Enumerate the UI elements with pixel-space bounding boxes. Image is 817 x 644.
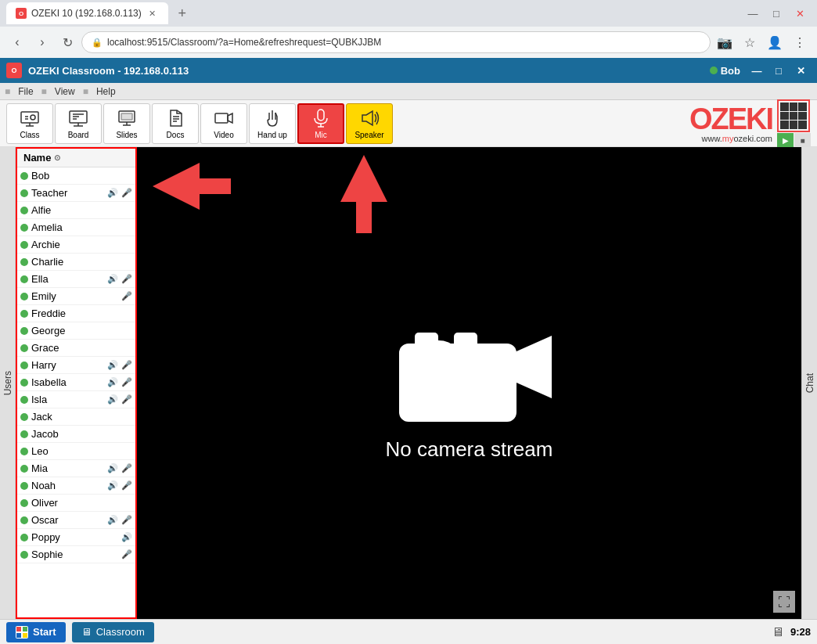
menu-help[interactable]: Help [90,85,122,99]
user-list-item[interactable]: Grace [17,340,135,357]
user-name: Jacob [31,428,132,440]
toolbar-mic-button[interactable]: Mic [297,103,344,144]
stop-button[interactable]: ■ [794,133,811,147]
user-list-item[interactable]: Alfie [17,202,135,219]
menu-view[interactable]: View [49,85,81,99]
speaker-icon[interactable]: 🔊 [121,532,132,542]
user-list-item[interactable]: Archie [17,236,135,254]
speaker-icon[interactable]: 🔊 [107,377,118,387]
user-list-item[interactable]: Sophie🎤 [17,546,135,563]
mic-icon[interactable]: 🎤 [121,463,132,473]
app-close[interactable]: ✕ [790,62,811,79]
mic-icon[interactable]: 🎤 [121,188,132,198]
start-button[interactable]: Start [6,622,66,642]
channel-grid[interactable] [777,99,810,132]
user-list[interactable]: BobTeacher🔊🎤AlfieAmeliaArchieCharlieElla… [17,167,135,617]
user-name: Oliver [31,497,132,509]
mic-icon[interactable]: 🎤 [121,515,132,525]
mic-icon[interactable]: 🎤 [121,291,132,301]
grid-cell-3 [798,103,807,111]
toolbar-slides-label: Slides [116,131,137,139]
mic-icon[interactable]: 🎤 [121,480,132,491]
toolbar-class-button[interactable]: Class [6,103,53,144]
mic-icon[interactable]: 🎤 [121,360,132,370]
user-list-item[interactable]: Oscar🔊🎤 [17,512,135,529]
start-label: Start [33,626,56,638]
speaker-icon[interactable]: 🔊 [107,188,118,198]
browser-minimize[interactable]: — [742,2,764,24]
new-tab-button[interactable]: + [171,2,193,24]
speaker-icon[interactable]: 🔊 [107,360,118,370]
mic-icon[interactable]: 🎤 [121,377,132,387]
ozeki-logo-text: OZEKI [689,104,772,134]
speaker-icon [358,107,380,129]
classroom-button[interactable]: 🖥 Classroom [72,622,154,642]
user-list-item[interactable]: Oliver [17,495,135,512]
user-list-item[interactable]: Bob [17,167,135,185]
profile-btn[interactable]: 👤 [764,31,786,53]
browser-close[interactable]: ✕ [789,2,811,24]
mic-icon[interactable]: 🎤 [121,394,132,405]
refresh-button[interactable]: ↻ [56,31,78,53]
user-list-item[interactable]: Freddie [17,305,135,322]
speaker-icon[interactable]: 🔊 [107,463,118,473]
browser-maximize[interactable]: □ [765,2,787,24]
app-maximize[interactable]: □ [768,62,789,79]
user-online-dot [20,327,28,335]
svg-point-5 [31,115,35,120]
user-online-dot [20,465,28,473]
user-list-item[interactable]: Isla🔊🎤 [17,391,135,408]
user-list-item[interactable]: Charlie [17,254,135,271]
user-list-item[interactable]: Teacher🔊🎤 [17,185,135,202]
user-list-item[interactable]: Leo [17,443,135,460]
back-button[interactable]: ‹ [6,31,28,53]
bookmark-btn[interactable]: ☆ [739,31,761,53]
toolbar-video-button[interactable]: Video [200,103,247,144]
toolbar-handup-label: Hand up [257,131,287,139]
speaker-icon[interactable]: 🔊 [107,394,118,405]
mic-icon[interactable]: 🎤 [121,549,132,559]
user-list-item[interactable]: George [17,322,135,340]
play-button[interactable]: ▶ [777,133,794,147]
toolbar-speaker-button[interactable]: Speaker [346,103,393,144]
mic-icon[interactable]: 🎤 [121,274,132,284]
user-online-dot [20,551,28,559]
user-list-item[interactable]: Jacob [17,426,135,443]
video-area: No camera stream [137,147,801,619]
user-list-item[interactable]: Poppy🔊 [17,529,135,546]
user-list-item[interactable]: Noah🔊🎤 [17,477,135,495]
app-minimize[interactable]: — [747,62,767,79]
toolbar-docs-button[interactable]: Docs [152,103,199,144]
chat-side-tab[interactable]: Chat [801,147,817,619]
user-list-item[interactable]: Harry🔊🎤 [17,357,135,374]
user-list-item[interactable]: Isabella🔊🎤 [17,374,135,391]
menu-btn[interactable]: ⋮ [789,31,811,53]
menu-file[interactable]: File [12,85,39,99]
users-tab-label: Users [2,371,13,395]
address-bar[interactable]: 🔒 localhost:9515/Classroom/?a=Home&refre… [81,31,711,53]
chat-tab-label: Chat [804,373,815,393]
user-list-item[interactable]: Jack [17,408,135,426]
camera-btn[interactable]: 📷 [714,31,736,53]
panel-header[interactable]: Name ⊙ [17,149,135,167]
user-list-item[interactable]: Amelia [17,219,135,236]
user-list-item[interactable]: Emily🎤 [17,288,135,305]
fullscreen-button[interactable] [773,591,795,613]
toolbar-slides-button[interactable]: Slides [103,103,150,144]
svg-rect-13 [121,113,132,120]
user-list-item[interactable]: Ella🔊🎤 [17,271,135,288]
browser-tab[interactable]: O OZEKI 10 (192.168.0.113) ✕ [6,2,168,24]
users-side-tab[interactable]: Users [0,147,16,619]
tab-close-button[interactable]: ✕ [146,7,159,20]
user-list-item[interactable]: Mia🔊🎤 [17,460,135,477]
handup-icon [261,107,283,129]
forward-button[interactable]: › [31,31,53,53]
speaker-icon[interactable]: 🔊 [107,274,118,284]
toolbar-handup-button[interactable]: Hand up [249,103,296,144]
grid-cell-2 [790,103,798,111]
toolbar-board-button[interactable]: Board [55,103,102,144]
user-online-dot [20,499,28,507]
user-online-dot [20,293,28,300]
speaker-icon[interactable]: 🔊 [107,480,118,491]
speaker-icon[interactable]: 🔊 [107,515,118,525]
